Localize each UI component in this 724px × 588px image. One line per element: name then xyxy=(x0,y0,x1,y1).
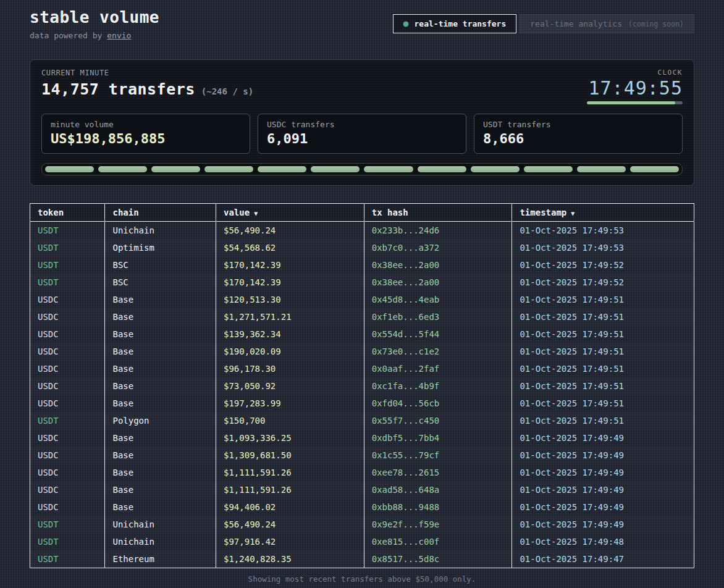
cell-value: $170,142.39 xyxy=(216,256,364,274)
cell-tx-hash[interactable]: 0xf1eb...6ed3 xyxy=(364,308,512,326)
cell-value: $170,142.39 xyxy=(216,274,364,291)
sort-desc-icon: ▼ xyxy=(254,210,258,217)
cell-tx-hash[interactable]: 0xb7c0...a372 xyxy=(364,239,512,256)
col-header-timestamp[interactable]: timestamp▼ xyxy=(512,204,694,222)
cell-value: $1,271,571.21 xyxy=(216,308,364,326)
table-row: USDCBase$1,309,681.500x1c55...79cf01-Oct… xyxy=(30,447,694,464)
cell-value: $1,111,591.26 xyxy=(216,481,364,498)
cell-chain: Base xyxy=(105,464,216,481)
cell-tx-hash[interactable]: 0xdbf5...7bb4 xyxy=(364,429,512,447)
cell-tx-hash[interactable]: 0xc1fa...4b9f xyxy=(364,377,512,395)
cell-tx-hash[interactable]: 0xee78...2615 xyxy=(364,464,512,481)
cell-chain: Base xyxy=(105,498,216,516)
col-header-value[interactable]: value▼ xyxy=(216,204,364,222)
table-body: USDTUnichain$56,490.240x233b...24d601-Oc… xyxy=(30,222,694,568)
transfer-count: 14,757 transfers xyxy=(41,80,195,98)
cell-tx-hash[interactable]: 0xfd04...56cb xyxy=(364,395,512,412)
cell-timestamp: 01-Oct-2025 17:49:52 xyxy=(512,274,694,291)
table-row: USDTUnichain$56,490.240x233b...24d601-Oc… xyxy=(30,222,694,240)
cell-tx-hash[interactable]: 0xad58...648a xyxy=(364,481,512,498)
top-bar: stable volume data powered by envio real… xyxy=(30,8,694,40)
table-row: USDCBase$1,093,336.250xdbf5...7bb401-Oct… xyxy=(30,429,694,447)
cell-token: USDT xyxy=(30,550,105,568)
cell-value: $73,050.92 xyxy=(216,377,364,395)
cell-tx-hash[interactable]: 0x233b...24d6 xyxy=(364,222,512,240)
clock-progress-fill xyxy=(587,101,675,104)
cell-timestamp: 01-Oct-2025 17:49:53 xyxy=(512,222,694,240)
cell-token: USDC xyxy=(30,377,105,395)
table-row: USDCBase$190,020.090x73e0...c1e201-Oct-2… xyxy=(30,343,694,360)
table-row: USDCBase$1,111,591.260xad58...648a01-Oct… xyxy=(30,481,694,498)
cell-timestamp: 01-Oct-2025 17:49:53 xyxy=(512,239,694,256)
clock-label: CLOCK xyxy=(587,69,683,77)
minute-segment xyxy=(364,166,413,172)
cell-tx-hash[interactable]: 0x8517...5d8c xyxy=(364,550,512,568)
cell-timestamp: 01-Oct-2025 17:49:47 xyxy=(512,550,694,568)
cell-chain: BSC xyxy=(105,274,216,291)
cell-tx-hash[interactable]: 0xbb88...9488 xyxy=(364,498,512,516)
col-label: tx hash xyxy=(372,208,408,217)
cell-token: USDC xyxy=(30,481,105,498)
clock-time: 17:49:55 xyxy=(587,78,683,98)
stat-card-minute-volume: minute volume US$198,856,885 xyxy=(41,114,250,154)
cell-token: USDT xyxy=(30,239,105,256)
sort-desc-icon: ▼ xyxy=(571,210,575,217)
cell-timestamp: 01-Oct-2025 17:49:51 xyxy=(512,291,694,308)
envio-link[interactable]: envio xyxy=(107,31,131,40)
footer-note: Showing most recent transfers above $50,… xyxy=(30,574,694,584)
minute-segment xyxy=(311,166,360,172)
stat-value: 8,666 xyxy=(483,131,673,146)
col-header-tx-hash: tx hash xyxy=(364,204,512,222)
cell-tx-hash[interactable]: 0x38ee...2a00 xyxy=(364,274,512,291)
cell-value: $1,093,336.25 xyxy=(216,429,364,447)
cell-tx-hash[interactable]: 0x38ee...2a00 xyxy=(364,256,512,274)
minute-segment xyxy=(418,166,466,172)
cell-tx-hash[interactable]: 0x55f7...c450 xyxy=(364,412,512,429)
minute-segment xyxy=(45,166,94,172)
minute-segment xyxy=(630,166,679,172)
cell-value: $150,700 xyxy=(216,412,364,429)
cell-chain: Base xyxy=(105,291,216,308)
cell-tx-hash[interactable]: 0x45d8...4eab xyxy=(364,291,512,308)
cell-timestamp: 01-Oct-2025 17:49:51 xyxy=(512,360,694,377)
tab-real-time-transfers[interactable]: real-time transfers xyxy=(393,14,517,33)
col-label: value xyxy=(224,208,250,217)
cell-tx-hash[interactable]: 0x73e0...c1e2 xyxy=(364,343,512,360)
cell-value: $1,309,681.50 xyxy=(216,447,364,464)
transfers-summary: CURRENT MINUTE 14,757 transfers (~246 / … xyxy=(41,69,253,98)
table-row: USDCBase$73,050.920xc1fa...4b9f01-Oct-20… xyxy=(30,377,694,395)
table-header: token chain value▼ tx hash timestamp▼ xyxy=(30,204,694,222)
cell-token: USDT xyxy=(30,516,105,533)
col-label: chain xyxy=(112,208,138,217)
cell-chain: Polygon xyxy=(105,412,216,429)
cell-token: USDC xyxy=(30,447,105,464)
minute-segments-bar xyxy=(41,163,683,175)
panel-top: CURRENT MINUTE 14,757 transfers (~246 / … xyxy=(41,69,683,104)
cell-timestamp: 01-Oct-2025 17:49:49 xyxy=(512,498,694,516)
cell-tx-hash[interactable]: 0x9e2f...f59e xyxy=(364,516,512,533)
transfers-headline: 14,757 transfers (~246 / s) xyxy=(41,80,253,98)
cell-timestamp: 01-Oct-2025 17:49:51 xyxy=(512,412,694,429)
cell-token: USDC xyxy=(30,395,105,412)
cell-tx-hash[interactable]: 0x1c55...79cf xyxy=(364,447,512,464)
brand: stable volume data powered by envio xyxy=(30,8,159,40)
cell-value: $197,283.99 xyxy=(216,395,364,412)
cell-token: USDC xyxy=(30,360,105,377)
cell-chain: BSC xyxy=(105,256,216,274)
cell-timestamp: 01-Oct-2025 17:49:51 xyxy=(512,377,694,395)
tab-real-time-analytics[interactable]: real-time analytics (coming soon) xyxy=(520,14,694,33)
cell-tx-hash[interactable]: 0xe815...c00f xyxy=(364,533,512,550)
clock-block: CLOCK 17:49:55 xyxy=(587,69,683,104)
table-row: USDTOptimism$54,568.620xb7c0...a37201-Oc… xyxy=(30,239,694,256)
cell-tx-hash[interactable]: 0x554d...5f44 xyxy=(364,326,512,343)
table-row: USDCBase$1,271,571.210xf1eb...6ed301-Oct… xyxy=(30,308,694,326)
stat-value: US$198,856,885 xyxy=(51,131,241,146)
cell-timestamp: 01-Oct-2025 17:49:49 xyxy=(512,516,694,533)
cell-chain: Base xyxy=(105,326,216,343)
cell-token: USDC xyxy=(30,308,105,326)
table-row: USDCBase$197,283.990xfd04...56cb01-Oct-2… xyxy=(30,395,694,412)
cell-chain: Unichain xyxy=(105,533,216,550)
table-row: USDTEthereum$1,240,828.350x8517...5d8c01… xyxy=(30,550,694,568)
cell-tx-hash[interactable]: 0x0aaf...2faf xyxy=(364,360,512,377)
table-header-row: token chain value▼ tx hash timestamp▼ xyxy=(30,204,694,222)
